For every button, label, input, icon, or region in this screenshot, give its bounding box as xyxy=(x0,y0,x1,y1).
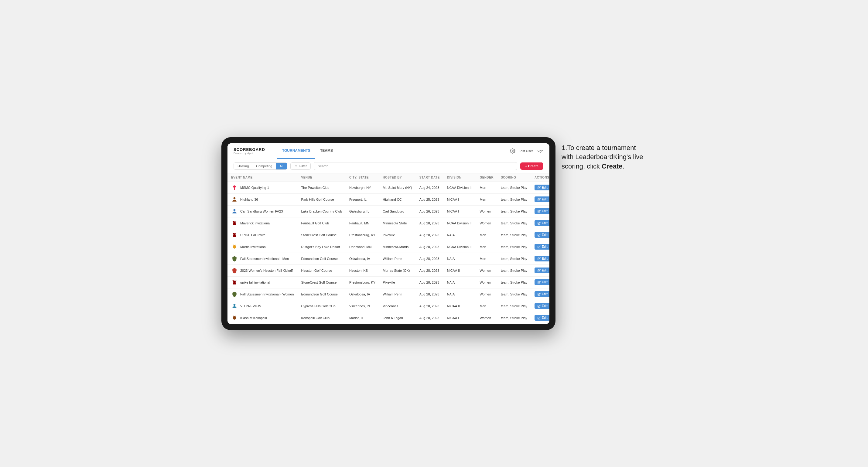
sign-in-link[interactable]: Sign xyxy=(537,149,543,153)
svg-point-8 xyxy=(233,245,236,249)
gear-icon[interactable] xyxy=(510,148,516,154)
city-state-cell: Hesston, KS xyxy=(346,264,379,276)
all-filter-btn[interactable]: All xyxy=(276,163,287,169)
event-name-cell: Morris Invitational xyxy=(231,244,294,250)
edit-button[interactable]: Edit xyxy=(534,256,550,261)
event-name-cell: upike fall invitational xyxy=(231,279,294,286)
pencil-icon xyxy=(537,234,540,237)
team-icon xyxy=(231,315,238,321)
edit-button[interactable]: Edit xyxy=(534,232,550,238)
table-header-row: EVENT NAME VENUE CITY, STATE HOSTED BY S… xyxy=(227,174,550,182)
venue-cell: Faribault Golf Club xyxy=(297,217,346,229)
event-name: Highland 36 xyxy=(240,198,258,201)
scoring-cell: team, Stroke Play xyxy=(497,217,531,229)
venue-cell: Edmundson Golf Course xyxy=(297,288,346,300)
filter-icon xyxy=(294,164,298,168)
pencil-icon xyxy=(537,222,540,225)
table-row: Fall Statesmen Invitational - Men Edmund… xyxy=(227,253,550,264)
division-cell: NAIA xyxy=(443,253,476,264)
tab-teams[interactable]: TEAMS xyxy=(315,143,338,159)
scoring-cell: team, Stroke Play xyxy=(497,300,531,312)
tablet-screen: SCOREBOARD Powered by clippit TOURNAMENT… xyxy=(227,143,550,324)
edit-button[interactable]: Edit xyxy=(534,244,550,250)
svg-point-10 xyxy=(235,244,236,245)
team-icon xyxy=(231,267,238,274)
hosted-by-cell: Murray State (OK) xyxy=(379,264,416,276)
venue-cell: Lake Bracken Country Club xyxy=(297,205,346,217)
nav-bar: SCOREBOARD Powered by clippit TOURNAMENT… xyxy=(227,143,550,159)
event-name-cell: Maverick Invitational xyxy=(231,220,294,226)
hosted-by-cell: Carl Sandburg xyxy=(379,205,416,217)
scoring-cell: team, Stroke Play xyxy=(497,229,531,241)
table-row: VU PREVIEW Cypress Hills Golf Club Vince… xyxy=(227,300,550,312)
city-state-cell: Oskaloosa, IA xyxy=(346,288,379,300)
annotation-panel: 1.To create a tournament with Leaderboar… xyxy=(562,137,647,171)
svg-point-12 xyxy=(233,316,236,320)
col-actions: ACTIONS xyxy=(531,174,550,182)
create-button[interactable]: + Create xyxy=(520,162,543,170)
event-name: Klash at Kokopelli xyxy=(240,316,267,320)
edit-button[interactable]: Edit xyxy=(534,220,550,226)
division-cell: NAIA xyxy=(443,229,476,241)
filter-icon-button[interactable]: Filter xyxy=(290,162,311,170)
competing-filter-btn[interactable]: Competing xyxy=(252,163,276,169)
logo-area: SCOREBOARD Powered by clippit xyxy=(234,147,265,155)
event-name-cell: Carl Sandburg Women FA23 xyxy=(231,208,294,215)
col-city-state: CITY, STATE xyxy=(346,174,379,182)
edit-button[interactable]: Edit xyxy=(534,268,550,273)
col-venue: VENUE xyxy=(297,174,346,182)
table-row: MSMC Qualifying 1 The Powelton Club Newb… xyxy=(227,182,550,193)
hosted-by-cell: Pikeville xyxy=(379,276,416,288)
event-name-cell: Fall Statesmen Invitational - Women xyxy=(231,291,294,298)
start-date-cell: Aug 28, 2023 xyxy=(416,288,443,300)
edit-button[interactable]: Edit xyxy=(534,208,550,214)
venue-cell: Edmundson Golf Course xyxy=(297,253,346,264)
event-name: MSMC Qualifying 1 xyxy=(240,186,269,189)
actions-cell: Edit xyxy=(531,253,550,264)
gender-cell: Men xyxy=(476,182,497,193)
city-state-cell: Oskaloosa, IA xyxy=(346,253,379,264)
scoring-cell: team, Stroke Play xyxy=(497,264,531,276)
tab-tournaments[interactable]: TOURNAMENTS xyxy=(277,143,315,159)
table-row: Highland 36 Park Hills Golf Course Freep… xyxy=(227,193,550,205)
edit-button[interactable]: Edit xyxy=(534,196,550,202)
city-state-cell: Vincennes, IN xyxy=(346,300,379,312)
col-scoring: SCORING xyxy=(497,174,531,182)
edit-button[interactable]: Edit xyxy=(534,303,550,309)
edit-button[interactable]: Edit xyxy=(534,279,550,285)
svg-point-7 xyxy=(234,209,236,211)
table-row: upike fall invitational StoneCrest Golf … xyxy=(227,276,550,288)
hosting-filter-btn[interactable]: Hosting xyxy=(234,163,252,169)
actions-cell: Edit xyxy=(531,312,550,324)
venue-cell: Ruttger's Bay Lake Resort xyxy=(297,241,346,253)
table-row: Klash at Kokopelli Kokopelli Golf Club M… xyxy=(227,312,550,324)
hosted-by-cell: John A Logan xyxy=(379,312,416,324)
city-state-cell: Deerwood, MN xyxy=(346,241,379,253)
team-icon xyxy=(231,196,238,203)
hosted-by-cell: Minnesota State xyxy=(379,217,416,229)
pencil-icon xyxy=(537,210,540,213)
svg-point-13 xyxy=(233,315,234,316)
edit-button[interactable]: Edit xyxy=(534,185,550,190)
svg-rect-5 xyxy=(234,188,235,190)
team-icon xyxy=(231,220,238,226)
event-name-cell: Klash at Kokopelli xyxy=(231,315,294,321)
actions-cell: Edit xyxy=(531,229,550,241)
edit-button[interactable]: Edit xyxy=(534,315,550,321)
team-icon xyxy=(231,291,238,298)
event-name: Fall Statesmen Invitational - Men xyxy=(240,257,289,260)
actions-cell: Edit xyxy=(531,205,550,217)
start-date-cell: Aug 28, 2023 xyxy=(416,253,443,264)
division-cell: NAIA xyxy=(443,288,476,300)
scoring-cell: team, Stroke Play xyxy=(497,288,531,300)
scoring-cell: team, Stroke Play xyxy=(497,182,531,193)
col-hosted-by: HOSTED BY xyxy=(379,174,416,182)
search-input[interactable] xyxy=(314,162,517,170)
start-date-cell: Aug 28, 2023 xyxy=(416,229,443,241)
table-row: Carl Sandburg Women FA23 Lake Bracken Co… xyxy=(227,205,550,217)
start-date-cell: Aug 24, 2023 xyxy=(416,182,443,193)
city-state-cell: Newburgh, NY xyxy=(346,182,379,193)
pencil-icon xyxy=(537,281,540,284)
event-name-cell: 2023 Women's Hesston Fall Kickoff xyxy=(231,267,294,274)
edit-button[interactable]: Edit xyxy=(534,291,550,297)
